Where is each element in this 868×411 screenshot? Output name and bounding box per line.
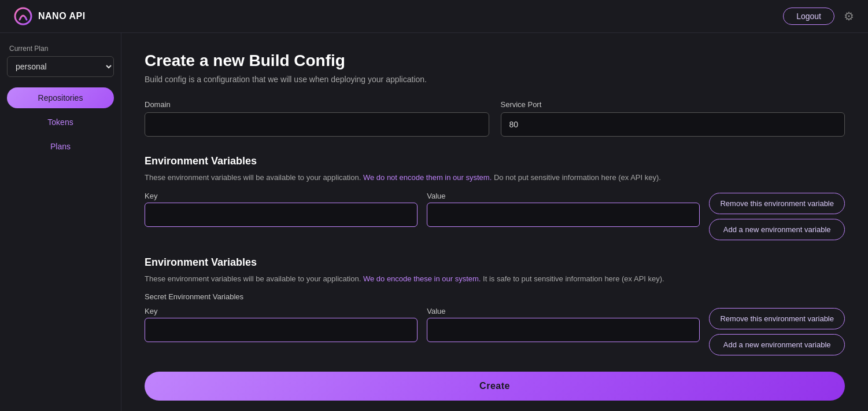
env-section-1: Environment Variables These environment … — [145, 155, 845, 240]
env-value-input-1[interactable] — [427, 203, 700, 227]
page-subtitle: Build config is a configuration that we … — [145, 75, 845, 84]
add-env-btn-1[interactable]: Add a new environment variable — [709, 219, 845, 240]
env-key-input-2[interactable] — [145, 318, 418, 342]
env-value-label-1: Value — [427, 192, 700, 200]
service-port-input[interactable] — [501, 112, 845, 137]
env-value-input-2[interactable] — [427, 318, 700, 342]
env-value-field-1: Value — [427, 192, 700, 227]
env-buttons-1: Remove this environment variable Add a n… — [709, 192, 845, 240]
env-key-field-2: Key — [145, 307, 418, 342]
gear-icon[interactable]: ⚙ — [844, 9, 854, 23]
env-key-input-1[interactable] — [145, 203, 418, 227]
header: NANO API Logout ⚙ — [0, 0, 868, 33]
env-key-label-1: Key — [145, 192, 418, 200]
env-section-1-description: These environment variables will be avai… — [145, 172, 845, 184]
create-btn-wrapper: Create — [145, 372, 845, 401]
main-content: Create a new Build Config Build config i… — [121, 33, 868, 411]
env-key-value-2: Key Value — [145, 307, 700, 342]
app-title: NANO API — [38, 11, 86, 21]
header-right: Logout ⚙ — [783, 8, 854, 25]
domain-port-row: Domain Service Port — [145, 100, 845, 137]
remove-env-btn-2[interactable]: Remove this environment variable — [709, 308, 845, 329]
env-row-1: Key Value Remove this environment variab… — [145, 192, 845, 240]
sidebar-item-tokens[interactable]: Tokens — [7, 112, 114, 133]
env-value-field-2: Value — [427, 307, 700, 342]
env-section-2-title: Environment Variables — [145, 256, 845, 269]
plan-select[interactable]: personal pro enterprise — [7, 56, 114, 77]
domain-label: Domain — [145, 100, 489, 109]
env-section-2-description: These environment variables will be avai… — [145, 273, 845, 285]
service-port-label: Service Port — [501, 100, 845, 109]
env-value-label-2: Value — [427, 307, 700, 315]
logo-icon — [14, 7, 32, 25]
layout: Current Plan personal pro enterprise Rep… — [0, 33, 868, 411]
remove-env-btn-1[interactable]: Remove this environment variable — [709, 193, 845, 214]
env-section-2: Environment Variables These environment … — [145, 256, 845, 356]
env-row-2: Key Value Remove this environment variab… — [145, 307, 845, 355]
env-buttons-2: Remove this environment variable Add a n… — [709, 307, 845, 355]
domain-input[interactable] — [145, 112, 489, 137]
env-key-field-1: Key — [145, 192, 418, 227]
current-plan-label: Current Plan — [7, 45, 114, 53]
header-left: NANO API — [14, 7, 86, 25]
page-title: Create a new Build Config — [145, 52, 845, 70]
service-port-field-group: Service Port — [501, 100, 845, 137]
create-button[interactable]: Create — [145, 372, 845, 401]
add-env-btn-2[interactable]: Add a new environment variable — [709, 334, 845, 355]
logout-button[interactable]: Logout — [783, 8, 834, 25]
sidebar-item-repositories[interactable]: Repositories — [7, 87, 114, 108]
env-section-1-title: Environment Variables — [145, 155, 845, 167]
secret-env-label: Secret Environment Variables — [145, 292, 845, 301]
sidebar-item-plans[interactable]: Plans — [7, 136, 114, 157]
env-key-label-2: Key — [145, 307, 418, 315]
domain-field-group: Domain — [145, 100, 489, 137]
sidebar: Current Plan personal pro enterprise Rep… — [0, 33, 121, 411]
env-key-value-1: Key Value — [145, 192, 700, 227]
